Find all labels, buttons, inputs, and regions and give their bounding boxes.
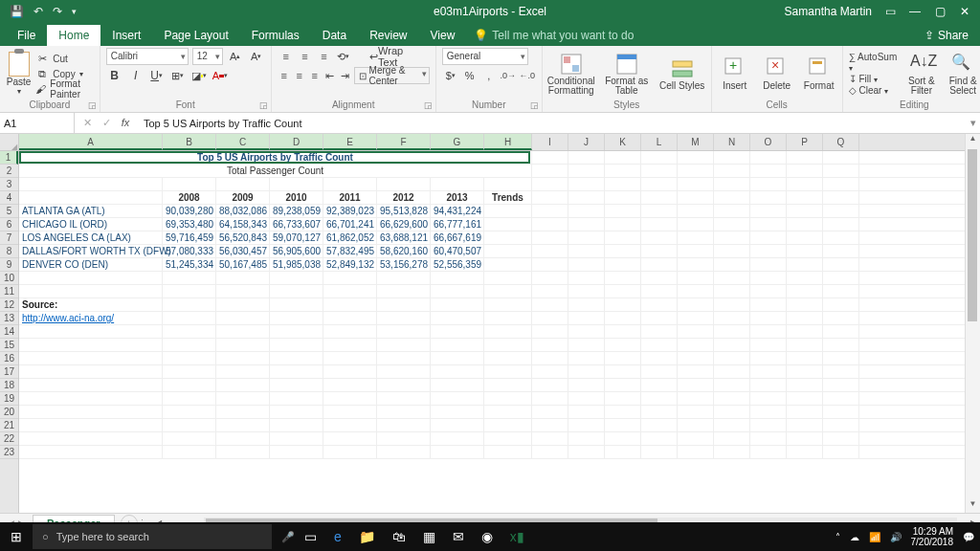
volume-icon[interactable]: 🔊 — [890, 532, 902, 542]
mic-icon[interactable]: 🎤 — [281, 531, 295, 543]
user-name[interactable]: Samantha Martin — [785, 5, 872, 18]
tab-formulas[interactable]: Formulas — [240, 25, 311, 46]
underline-button[interactable]: U▾ — [148, 67, 166, 84]
clear-button[interactable]: ◇ Clear ▾ — [849, 85, 898, 96]
select-all-button[interactable] — [0, 134, 18, 151]
col-header-H[interactable]: H — [484, 134, 532, 150]
number-format-combo[interactable]: General — [442, 48, 528, 65]
tab-view[interactable]: View — [419, 25, 467, 46]
row-header-1[interactable]: 1 — [0, 151, 18, 165]
align-left-button[interactable]: ≡ — [278, 67, 291, 84]
sort-filter-button[interactable]: A↓Z Sort & Filter — [904, 53, 938, 96]
format-as-table-button[interactable]: Format as Table — [604, 53, 650, 96]
row-header-10[interactable]: 10 — [0, 272, 18, 285]
row-header-19[interactable]: 19 — [0, 392, 18, 406]
row-header-13[interactable]: 13 — [0, 312, 18, 325]
find-select-button[interactable]: 🔍 Find & Select — [947, 53, 980, 96]
cancel-formula-icon[interactable]: ✕ — [80, 117, 94, 129]
align-middle-button[interactable]: ≡ — [297, 48, 314, 65]
accounting-button[interactable]: $▾ — [442, 67, 459, 84]
col-header-J[interactable]: J — [568, 134, 605, 150]
wrap-text-button[interactable]: ↩ Wrap Text — [365, 48, 430, 65]
col-header-O[interactable]: O — [750, 134, 787, 150]
row-header-16[interactable]: 16 — [0, 352, 18, 365]
row-header-9[interactable]: 9 — [0, 258, 18, 272]
row-header-18[interactable]: 18 — [0, 379, 18, 392]
taskbar-clock[interactable]: 10:29 AM 7/20/2018 — [911, 526, 954, 547]
comma-button[interactable]: , — [480, 67, 498, 84]
title-cell[interactable]: Top 5 US Airports by Traffic Count — [19, 151, 532, 164]
col-header-L[interactable]: L — [641, 134, 678, 150]
vertical-scrollbar[interactable]: ▲ ▼ — [965, 134, 980, 513]
font-color-button[interactable]: A▾ — [212, 67, 229, 84]
vscroll-thumb[interactable] — [968, 149, 977, 321]
autosum-button[interactable]: ∑ AutoSum ▾ — [849, 52, 898, 73]
share-button[interactable]: ⇪ Share — [913, 25, 980, 46]
chrome-icon[interactable]: ◉ — [481, 529, 493, 544]
col-header-Q[interactable]: Q — [823, 134, 859, 150]
onedrive-icon[interactable]: ☁ — [850, 532, 859, 542]
align-top-button[interactable]: ≡ — [278, 48, 295, 65]
store-icon[interactable]: 🛍 — [392, 529, 406, 544]
tab-home[interactable]: Home — [47, 25, 100, 46]
align-bottom-button[interactable]: ≡ — [315, 48, 332, 65]
close-icon[interactable]: ✕ — [959, 5, 970, 18]
col-header-B[interactable]: B — [163, 134, 216, 150]
row-header-5[interactable]: 5 — [0, 205, 18, 218]
row-header-6[interactable]: 6 — [0, 218, 18, 231]
borders-button[interactable]: ⊞▾ — [169, 67, 187, 84]
maximize-icon[interactable]: ▢ — [934, 5, 946, 18]
col-header-I[interactable]: I — [532, 134, 568, 150]
row-header-11[interactable]: 11 — [0, 285, 18, 298]
align-right-button[interactable]: ≡ — [308, 67, 322, 84]
col-header-F[interactable]: F — [377, 134, 431, 150]
row-header-2[interactable]: 2 — [0, 165, 18, 178]
row-header-17[interactable]: 17 — [0, 365, 18, 379]
fx-icon[interactable]: fx — [119, 117, 132, 129]
row-header-23[interactable]: 23 — [0, 446, 18, 459]
bold-button[interactable]: B — [106, 67, 123, 84]
paste-button[interactable]: Paste ▾ — [6, 52, 32, 96]
tab-review[interactable]: Review — [358, 25, 418, 46]
conditional-formatting-button[interactable]: Conditional Formatting — [548, 53, 594, 96]
increase-indent-button[interactable]: ⇥ — [339, 67, 352, 84]
col-header-C[interactable]: C — [216, 134, 270, 150]
tray-up-icon[interactable]: ˄ — [835, 532, 840, 542]
dialog-launcher-icon[interactable]: ◲ — [88, 100, 97, 110]
wifi-icon[interactable]: 📶 — [869, 532, 880, 542]
col-header-P[interactable]: P — [787, 134, 823, 150]
shrink-font-button[interactable]: A▾ — [248, 48, 265, 65]
scroll-up-icon[interactable]: ▲ — [966, 134, 980, 147]
italic-button[interactable]: I — [127, 67, 145, 84]
formula-input[interactable]: Top 5 US Airports by Traffic Count — [138, 118, 967, 129]
grow-font-button[interactable]: A▴ — [227, 48, 244, 65]
font-name-combo[interactable]: Calibri — [106, 48, 189, 65]
expand-formula-icon[interactable]: ▾ — [967, 117, 980, 129]
merge-center-button[interactable]: ⊡Merge & Center — [354, 67, 430, 84]
orientation-button[interactable]: ⟲▾ — [334, 48, 351, 65]
dialog-launcher-icon[interactable]: ◲ — [424, 100, 433, 110]
cell-styles-button[interactable]: Cell Styles — [659, 57, 705, 91]
col-header-E[interactable]: E — [323, 134, 377, 150]
col-header-A[interactable]: A — [19, 134, 163, 150]
save-icon[interactable]: 💾 — [10, 5, 24, 18]
format-painter-button[interactable]: 🖌Format Painter — [35, 82, 93, 97]
tab-pagelayout[interactable]: Page Layout — [152, 25, 239, 46]
format-cells-button[interactable]: Format — [802, 56, 836, 91]
excel-taskbar-icon[interactable]: x▮ — [510, 529, 524, 544]
decrease-indent-button[interactable]: ⇤ — [323, 67, 337, 84]
align-center-button[interactable]: ≡ — [293, 67, 306, 84]
undo-icon[interactable]: ↶ — [33, 5, 43, 18]
row-header-15[interactable]: 15 — [0, 339, 18, 352]
minimize-icon[interactable]: — — [909, 5, 921, 18]
taskbar-search[interactable]: ○ Type here to search — [33, 524, 272, 549]
row-header-8[interactable]: 8 — [0, 245, 18, 258]
qat-more-icon[interactable]: ▾ — [72, 7, 77, 16]
mail-icon[interactable]: ✉ — [453, 529, 464, 544]
row-header-21[interactable]: 21 — [0, 419, 18, 432]
enter-formula-icon[interactable]: ✓ — [100, 117, 113, 129]
app-icon[interactable]: ▦ — [423, 529, 435, 544]
col-header-D[interactable]: D — [270, 134, 323, 150]
redo-icon[interactable]: ↷ — [53, 5, 62, 18]
cut-button[interactable]: ✂Cut — [35, 52, 93, 66]
